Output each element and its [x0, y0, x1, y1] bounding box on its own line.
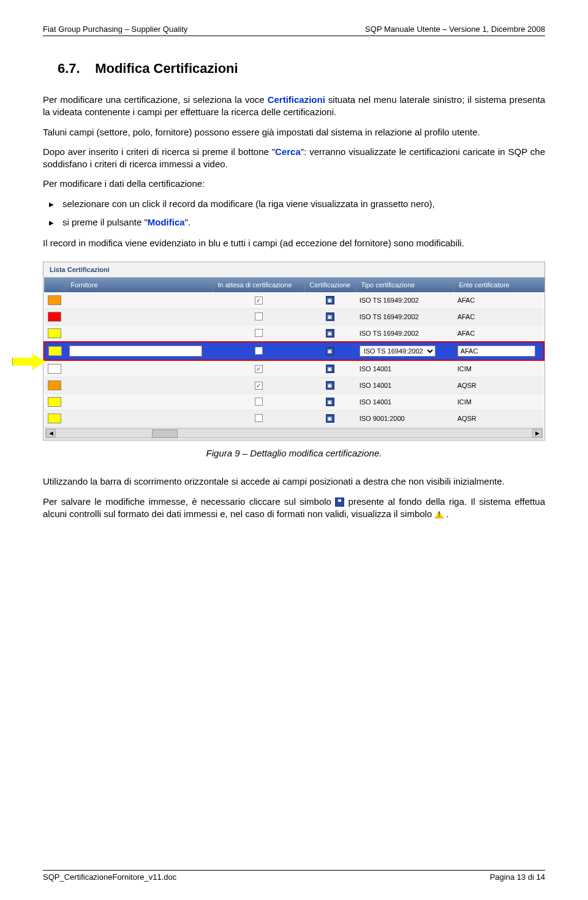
paragraph-campi: Taluni campi (settore, polo, fornitore) … [43, 126, 545, 138]
arrow-callout-icon [12, 354, 49, 369]
tipo-cell: ISO TS 16949:2002 [356, 292, 454, 309]
steps-list: selezionare con un click il record da mo… [43, 198, 545, 229]
ente-cell: ICIM [454, 394, 544, 410]
attesa-checkbox[interactable] [255, 297, 263, 304]
tipo-cell: ISO 14001 [356, 394, 454, 410]
figure-screenshot: Lista Certificazioni Fornitore In attesa… [43, 262, 545, 441]
paragraph-scrollbar: Utilizzando la barra di scorrimento oriz… [43, 475, 545, 488]
warning-icon [434, 510, 443, 518]
tipo-cell: ISO TS 16949:2002 [356, 309, 454, 325]
paragraph-intro: Per modificare una certificazione, si se… [43, 94, 545, 119]
fornitore-input[interactable] [69, 346, 202, 357]
header-right: SQP Manuale Utente – Versione 1, Dicembr… [365, 25, 545, 34]
step-press-modifica: si preme il pulsante "Modifica". [49, 216, 545, 229]
cert-icon[interactable]: ▣ [326, 381, 334, 390]
paragraph-modificare: Per modificare i dati della certificazio… [43, 178, 545, 190]
tipo-dropdown[interactable]: ISO TS 16949:2002 [360, 346, 435, 357]
fornitore-cell [66, 377, 213, 394]
cert-icon[interactable]: ▣ [326, 329, 334, 338]
table-row[interactable]: ▣ISO 14001ICIM [44, 360, 544, 377]
status-indicator [48, 346, 62, 356]
table-row[interactable]: ▣ISO TS 16949:2002AFAC [44, 325, 544, 342]
status-indicator [48, 295, 61, 305]
fornitore-cell [66, 292, 213, 309]
section-title-text: Modifica Certificazioni [95, 61, 238, 76]
attesa-checkbox[interactable] [255, 365, 263, 373]
ente-cell: ICIM [454, 360, 544, 377]
col-fornitore[interactable]: Fornitore [66, 278, 213, 292]
attesa-checkbox[interactable] [255, 329, 263, 337]
horizontal-scrollbar[interactable]: ◀ ▶ [44, 427, 544, 440]
paragraph-save: Per salvare le modifiche immesse, è nece… [43, 496, 545, 521]
table-row[interactable]: ▣ISO 14001AQSR [44, 377, 544, 394]
fornitore-cell [66, 394, 213, 410]
panel-title: Lista Certificazioni [43, 262, 545, 278]
tipo-cell: ISO 14001 [356, 360, 454, 377]
button-modifica-label: Modifica [148, 217, 185, 227]
col-ente[interactable]: Ente certificatore [454, 278, 544, 292]
ente-cell: AQSR [454, 377, 544, 394]
attesa-checkbox[interactable] [255, 414, 263, 422]
cert-icon[interactable]: ▣ [326, 414, 334, 423]
save-icon [335, 497, 344, 507]
attesa-checkbox[interactable] [255, 347, 263, 355]
button-cerca-label: Cerca [275, 146, 301, 157]
cert-icon[interactable]: ▣ [326, 296, 334, 304]
fornitore-cell [66, 325, 213, 342]
paragraph-cerca: Dopo aver inserito i criteri di ricerca … [43, 146, 545, 171]
table-row[interactable]: ▣ISO TS 16949:2002AFAC [44, 292, 544, 309]
col-tipo[interactable]: Tipo certificazione [356, 278, 454, 292]
certificazioni-table: Fornitore In attesa di certificazione Ce… [43, 278, 545, 440]
col-certificazione[interactable]: Certificazione [304, 278, 356, 292]
status-indicator [48, 364, 61, 374]
table-row[interactable]: ▣ISO 9001:2000AQSR [44, 410, 544, 427]
attesa-checkbox[interactable] [255, 312, 263, 320]
cert-icon[interactable]: ▣ [326, 398, 334, 406]
fornitore-cell [66, 309, 213, 325]
status-indicator [48, 397, 61, 407]
attesa-checkbox[interactable] [255, 382, 263, 390]
fornitore-cell [66, 360, 213, 377]
section-number: 6.7. [58, 61, 80, 76]
ente-cell: AQSR [454, 410, 544, 427]
step-select-record: selezionare con un click il record da mo… [49, 198, 545, 210]
ente-cell: AFAC [454, 309, 544, 325]
status-indicator [48, 380, 61, 390]
col-attesa[interactable]: In attesa di certificazione [213, 278, 304, 292]
status-indicator [48, 328, 61, 338]
tipo-cell: ISO TS 16949:2002 [356, 325, 454, 342]
footer-left: SQP_CertificazioneFornitore_v11.doc [43, 872, 176, 882]
status-indicator [48, 312, 61, 322]
table-row[interactable]: ▣ISO TS 16949:2002 [44, 342, 544, 360]
ente-input[interactable] [458, 346, 536, 357]
table-row[interactable]: ▣ISO TS 16949:2002AFAC [44, 309, 544, 325]
cert-icon[interactable]: ▣ [326, 365, 334, 373]
scroll-thumb[interactable] [57, 429, 531, 437]
ente-cell: AFAC [454, 292, 544, 309]
header-left: Fiat Group Purchasing – Supplier Quality [43, 25, 187, 34]
page-footer: SQP_CertificazioneFornitore_v11.doc Pagi… [43, 870, 545, 882]
table-row[interactable]: ▣ISO 14001ICIM [44, 394, 544, 410]
cert-icon[interactable]: ▣ [326, 347, 334, 355]
status-indicator [48, 414, 61, 423]
tipo-cell: ISO 9001:2000 [356, 410, 454, 427]
attesa-checkbox[interactable] [255, 398, 263, 406]
paragraph-record-blu: Il record in modifica viene evidenziato … [43, 237, 545, 249]
ente-cell: AFAC [454, 325, 544, 342]
scroll-right-button[interactable]: ▶ [532, 429, 542, 437]
cert-icon[interactable]: ▣ [326, 312, 334, 321]
footer-right: Pagina 13 di 14 [490, 872, 545, 882]
section-heading: 6.7. Modifica Certificazioni [43, 61, 545, 77]
table-header-row: Fornitore In attesa di certificazione Ce… [44, 278, 544, 292]
link-certificazioni: Certificazioni [268, 94, 325, 105]
lista-certificazioni-panel: Lista Certificazioni Fornitore In attesa… [43, 262, 545, 441]
fornitore-cell [66, 410, 213, 427]
scroll-left-button[interactable]: ◀ [46, 429, 56, 437]
page-header: Fiat Group Purchasing – Supplier Quality… [43, 25, 545, 36]
tipo-cell: ISO 14001 [356, 377, 454, 394]
figure-caption: Figura 9 – Dettaglio modifica certificaz… [43, 448, 545, 458]
